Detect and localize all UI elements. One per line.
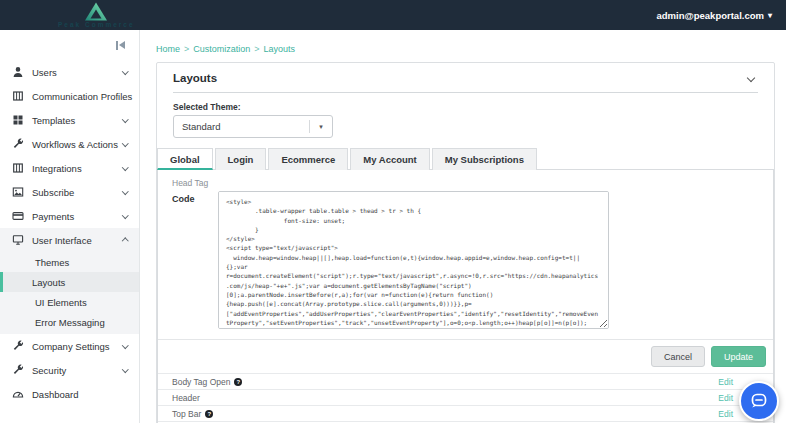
section-row-header: Header Edit — [158, 389, 773, 405]
sidebar-subitem-error-messaging[interactable]: Error Messaging — [0, 312, 139, 332]
sidebar-item-subscribe[interactable]: Subscribe — [0, 180, 139, 204]
top-navbar: Peak Commerce admin@peakportal.com ▾ — [0, 0, 786, 30]
collapse-sidebar-icon[interactable] — [116, 41, 125, 50]
head-tag-code-input[interactable]: <style> .table-wrapper table.table > the… — [218, 191, 609, 329]
chevron-down-icon — [122, 164, 128, 170]
chevron-down-icon — [122, 212, 128, 218]
select-caret-icon: ▾ — [310, 123, 332, 131]
code-field-label: Code — [172, 191, 218, 329]
tab-login[interactable]: Login — [215, 148, 267, 170]
sidebar-item-integrations[interactable]: Integrations — [0, 156, 139, 180]
breadcrumb-layouts[interactable]: Layouts — [264, 44, 296, 54]
wrench-icon — [12, 340, 24, 352]
gauge-icon — [12, 388, 24, 400]
breadcrumb: Home > Customization > Layouts — [141, 30, 786, 54]
sidebar-item-users[interactable]: Users — [0, 60, 139, 84]
chevron-down-icon — [122, 342, 128, 348]
account-caret-icon: ▾ — [768, 11, 772, 20]
section-row-body-tag-open: Body Tag Open ? Edit — [158, 373, 773, 389]
head-tag-label: Head Tag — [158, 170, 773, 188]
page-title: Layouts — [173, 72, 217, 84]
breadcrumb-home[interactable]: Home — [156, 44, 180, 54]
help-icon[interactable]: ? — [234, 378, 242, 386]
sidebar-item-templates[interactable]: Templates — [0, 108, 139, 132]
chat-widget-button[interactable] — [739, 381, 779, 421]
credit-card-icon — [12, 210, 24, 222]
user-interface-group: User Interface Themes Layouts UI Element… — [0, 228, 139, 334]
main-content: Home > Customization > Layouts Layouts S… — [141, 30, 786, 423]
sidebar-item-communication-profiles[interactable]: Communication Profiles — [0, 84, 139, 108]
image-icon — [12, 186, 24, 198]
sidebar-item-company-settings[interactable]: Company Settings — [0, 334, 139, 358]
edit-header-link[interactable]: Edit — [718, 393, 733, 403]
tab-my-account[interactable]: My Account — [350, 148, 429, 170]
sidebar-subitem-ui-elements[interactable]: UI Elements — [0, 292, 139, 312]
theme-select[interactable]: Standard ▾ — [173, 115, 333, 138]
user-icon — [12, 66, 24, 78]
layout-tabs: Global Login Ecommerce My Account My Sub… — [157, 148, 774, 170]
theme-select-value: Standard — [174, 121, 309, 132]
chevron-down-icon — [122, 68, 128, 74]
tab-my-subscriptions[interactable]: My Subscriptions — [432, 148, 537, 170]
collapse-panel-chevron-icon[interactable] — [747, 73, 755, 81]
building-icon — [12, 162, 24, 174]
chat-bubble-icon — [748, 390, 770, 412]
chevron-down-icon — [122, 140, 128, 146]
chevron-down-icon — [122, 188, 128, 194]
help-icon[interactable]: ? — [205, 410, 213, 418]
peak-commerce-logo-icon — [84, 2, 108, 21]
sidebar-item-dashboard[interactable]: Dashboard — [0, 382, 139, 406]
breadcrumb-separator: > — [184, 44, 189, 54]
edit-top-bar-link[interactable]: Edit — [718, 409, 733, 419]
chevron-up-icon — [122, 238, 128, 244]
selected-theme-label: Selected Theme: — [173, 102, 758, 112]
account-email: admin@peakportal.com — [657, 10, 764, 21]
update-button[interactable]: Update — [711, 346, 766, 367]
tab-global[interactable]: Global — [157, 148, 213, 170]
chevron-down-icon — [122, 366, 128, 372]
chevron-down-icon — [122, 116, 128, 122]
sidebar-subitem-themes[interactable]: Themes — [0, 252, 139, 272]
brand-name: Peak Commerce — [58, 22, 135, 29]
edit-body-tag-open-link[interactable]: Edit — [718, 377, 733, 387]
grid-icon — [12, 114, 24, 126]
breadcrumb-separator: > — [254, 44, 259, 54]
layouts-card: Layouts Selected Theme: Standard ▾ Globa… — [156, 62, 775, 423]
sidebar-item-security[interactable]: Security — [0, 358, 139, 382]
global-tab-panel: Head Tag Code <style> .table-wrapper tab… — [157, 169, 774, 423]
breadcrumb-customization[interactable]: Customization — [193, 44, 250, 54]
building-icon — [12, 90, 24, 102]
wrench-icon — [12, 138, 24, 150]
brand-logo[interactable]: Peak Commerce — [58, 2, 135, 29]
account-menu[interactable]: admin@peakportal.com ▾ — [657, 10, 772, 21]
sidebar-item-payments[interactable]: Payments — [0, 204, 139, 228]
sidebar-subitem-layouts[interactable]: Layouts — [0, 272, 139, 292]
monitor-icon — [12, 234, 24, 246]
cancel-button[interactable]: Cancel — [651, 346, 705, 367]
tab-ecommerce[interactable]: Ecommerce — [268, 148, 348, 170]
sidebar: Users Communication Profiles Templates W… — [0, 30, 140, 423]
sidebar-item-workflows-actions[interactable]: Workflows & Actions — [0, 132, 139, 156]
sidebar-item-user-interface[interactable]: User Interface — [0, 228, 139, 252]
section-row-top-bar: Top Bar ? Edit — [158, 405, 773, 421]
wrench-icon — [12, 364, 24, 376]
